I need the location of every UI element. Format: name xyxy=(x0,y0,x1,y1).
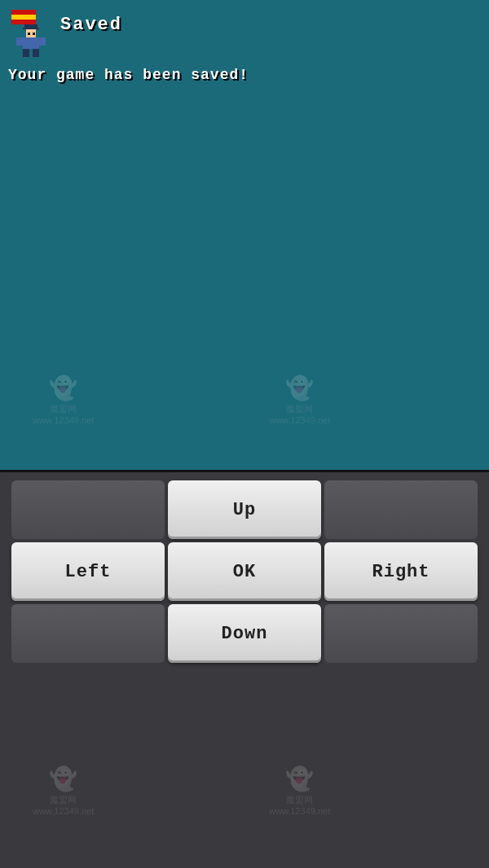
controls-area: Up Left OK Right Down xyxy=(0,472,489,868)
empty-bottom-left xyxy=(11,604,165,663)
empty-top-left xyxy=(11,480,165,539)
empty-bottom-right xyxy=(324,604,478,663)
game-icon xyxy=(8,8,60,60)
up-button[interactable]: Up xyxy=(168,480,321,539)
right-button[interactable]: Right xyxy=(324,542,478,601)
game-screen: Saved Your game has been saved! xyxy=(0,0,489,472)
controls-grid: Up Left OK Right Down xyxy=(8,477,481,666)
left-button[interactable]: Left xyxy=(11,542,165,601)
empty-top-right xyxy=(324,480,478,539)
game-title: Saved xyxy=(60,8,122,35)
ok-button[interactable]: OK xyxy=(168,542,321,601)
icon-canvas xyxy=(8,8,60,60)
down-button[interactable]: Down xyxy=(168,604,321,663)
game-header: Saved xyxy=(8,8,481,60)
game-message: Your game has been saved! xyxy=(8,65,481,85)
